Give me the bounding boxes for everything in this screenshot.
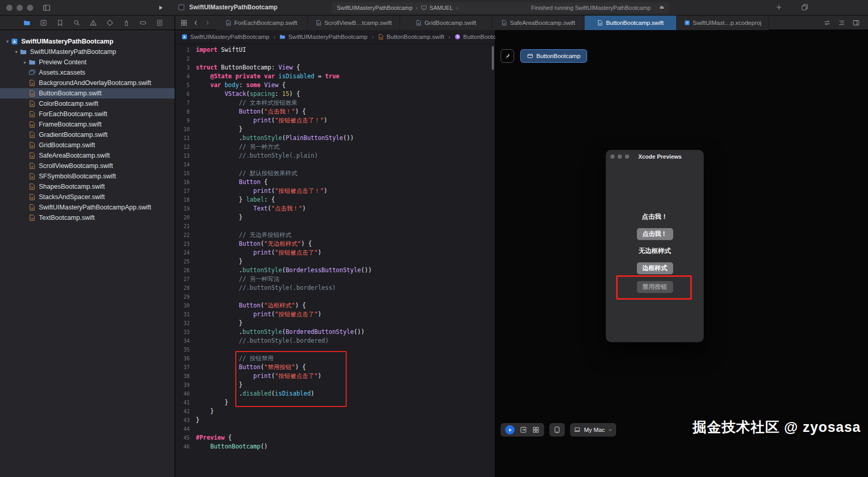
code-line: 43} bbox=[175, 416, 495, 425]
file-tree-item[interactable]: ButtonBootcamp.swift bbox=[0, 88, 175, 99]
activity-message: Finished running SwiftUIMasteryPathBootc… bbox=[531, 5, 651, 11]
editor-tab[interactable]: ForEachBootcamp.swift bbox=[216, 16, 308, 30]
swift-icon bbox=[29, 162, 36, 170]
tab-label: ScrollViewB…tcamp.swift bbox=[324, 20, 392, 26]
file-tree-item[interactable]: FrameBootcamp.swift bbox=[0, 119, 175, 130]
file-tree-label: Assets.xcassets bbox=[39, 69, 86, 76]
file-tree-label: ButtonBootcamp.swift bbox=[39, 90, 102, 97]
editor-tab[interactable]: SwiftUIMast…p.xcodeproj bbox=[677, 16, 769, 30]
scheme-name[interactable]: SwiftUIMasteryPathBootcamp bbox=[337, 5, 412, 11]
navigator-tab-project-navigator[interactable] bbox=[22, 17, 32, 29]
file-tree-item[interactable]: TextBootcamp.swift bbox=[0, 213, 175, 223]
toggle-inspector-icon[interactable] bbox=[852, 19, 860, 26]
variants-preview-icon[interactable] bbox=[532, 426, 539, 433]
run-button[interactable] bbox=[158, 5, 164, 11]
selectable-preview-icon[interactable] bbox=[520, 426, 527, 433]
tab-label: ForEachBootcamp.swift bbox=[234, 20, 297, 26]
editor-tab[interactable]: ButtonBootcamp.swift bbox=[585, 16, 677, 30]
doclist-icon bbox=[156, 19, 163, 26]
breadcrumb-item[interactable]: ButtonBootcamp.swift bbox=[378, 34, 444, 40]
bookmark-icon bbox=[56, 19, 64, 26]
show-all-tabs-button[interactable] bbox=[801, 4, 808, 11]
file-tree-item[interactable]: ▸Preview Content bbox=[0, 57, 175, 67]
preview-button[interactable]: 边框样式 bbox=[637, 262, 673, 274]
window-zoom-button[interactable] bbox=[27, 5, 33, 11]
navigator-tab-breakpoint-navigator[interactable] bbox=[138, 17, 148, 29]
file-tree-item[interactable]: ColorBootcamp.swift bbox=[0, 99, 175, 109]
code-review-icon[interactable] bbox=[823, 19, 831, 26]
file-tree-item[interactable]: SFSymbolsBootcamp.swift bbox=[0, 171, 175, 181]
preview-minimize-button[interactable] bbox=[618, 155, 622, 159]
annotation-box-preview bbox=[616, 275, 692, 300]
go-back-icon[interactable] bbox=[193, 20, 199, 26]
file-tree-item[interactable]: ▾SwiftUIMasteryPathBootcamp bbox=[0, 36, 175, 47]
live-preview-button[interactable] bbox=[505, 425, 515, 434]
line-number: 36 bbox=[175, 354, 196, 363]
preview-selector-pill[interactable]: ButtonBootcamp bbox=[520, 49, 587, 63]
device-selector[interactable]: My Mac bbox=[570, 423, 616, 437]
code-line: 44 bbox=[175, 425, 495, 433]
breadcrumb-item[interactable]: SwiftUIMasteryPathBootcamp bbox=[181, 34, 269, 40]
editor-tab[interactable]: ScrollViewB…tcamp.swift bbox=[308, 16, 400, 30]
line-number: 39 bbox=[175, 381, 196, 389]
editor-tab[interactable]: SafeAreaBootcamp.swift bbox=[492, 16, 585, 30]
line-number: 5 bbox=[175, 81, 196, 90]
breadcrumb-item[interactable]: SwiftUIMasteryPathBootcamp bbox=[279, 34, 367, 40]
window-close-button[interactable] bbox=[6, 5, 12, 11]
swift-icon bbox=[29, 193, 36, 201]
line-number: 10 bbox=[175, 125, 196, 134]
tab-overview-icon[interactable] bbox=[180, 19, 188, 26]
go-forward-icon[interactable] bbox=[204, 20, 210, 26]
navigator-tab-source-control-navigator[interactable] bbox=[38, 17, 49, 29]
editor-scrollbar[interactable] bbox=[492, 46, 494, 70]
toggle-navigator-icon[interactable] bbox=[42, 4, 51, 12]
line-number: 4 bbox=[175, 72, 196, 81]
new-tab-button[interactable] bbox=[775, 4, 782, 11]
code-line: 32 } bbox=[175, 319, 495, 328]
file-tree-item[interactable]: ScrollViewBootcamp.swift bbox=[0, 161, 175, 171]
code-editor[interactable]: 1import SwiftUI23struct ButtonBootcamp: … bbox=[175, 44, 495, 477]
navigator-tab-find-navigator[interactable] bbox=[72, 17, 82, 29]
device-settings-button[interactable] bbox=[549, 423, 565, 437]
navigator-tab-report-navigator[interactable] bbox=[154, 17, 165, 29]
preview-plain-button[interactable]: 点击我！ bbox=[642, 213, 668, 221]
file-tree-item[interactable]: GradientBootcamp.swift bbox=[0, 130, 175, 140]
window-minimize-button[interactable] bbox=[17, 5, 23, 11]
disclosure-triangle[interactable]: ▾ bbox=[13, 49, 20, 54]
file-tree-item[interactable]: GridBootcamp.swift bbox=[0, 140, 175, 150]
device-bezel-icon bbox=[553, 426, 561, 433]
preview-zoom-button[interactable] bbox=[625, 155, 629, 159]
file-tree-item[interactable]: StacksAndSpacer.swift bbox=[0, 192, 175, 202]
structS-icon: S bbox=[454, 34, 461, 40]
file-tree-item[interactable]: ▾SwiftUIMasteryPathBootcamp bbox=[0, 47, 175, 57]
swift-icon bbox=[29, 142, 36, 149]
line-number: 14 bbox=[175, 160, 196, 169]
swift-icon bbox=[29, 79, 36, 87]
file-tree-label: SwiftUIMasteryPathBootcampApp.swift bbox=[39, 204, 151, 211]
navigator-tab-debug-navigator[interactable] bbox=[121, 17, 132, 29]
navigator-tab-bookmark-navigator[interactable] bbox=[55, 17, 65, 29]
file-tree-label: ColorBootcamp.swift bbox=[39, 100, 98, 107]
pin-preview-button[interactable] bbox=[501, 49, 514, 63]
destination-name[interactable]: SAMUEL bbox=[430, 5, 453, 11]
file-tree-item[interactable]: BackgroundAndOverlayBootcamp.swift bbox=[0, 78, 175, 88]
preview-plain-button[interactable]: 无边框样式 bbox=[638, 247, 671, 256]
navigator-tab-issue-navigator[interactable] bbox=[88, 17, 98, 29]
preview-canvas: ButtonBootcamp Xcode Previews 点击我！点击我！无边… bbox=[495, 30, 868, 477]
line-number: 9 bbox=[175, 116, 196, 125]
line-number: 17 bbox=[175, 187, 196, 195]
file-tree-item[interactable]: ForEachBootcamp.swift bbox=[0, 109, 175, 119]
navigator-tab-test-navigator[interactable] bbox=[105, 17, 115, 29]
code-line: 18 } label: { bbox=[175, 195, 495, 204]
disclosure-triangle[interactable]: ▸ bbox=[22, 60, 29, 65]
xcode-window: SwiftUIMasteryPathBootcamp SwiftUIMaster… bbox=[0, 0, 868, 477]
editor-tab[interactable]: GridBootcamp.swift bbox=[400, 16, 492, 30]
preview-close-button[interactable] bbox=[610, 155, 615, 159]
file-tree-item[interactable]: ShapesBootcamp.swift bbox=[0, 181, 175, 192]
file-tree-item[interactable]: SafeAreaBootcamp.swift bbox=[0, 150, 175, 161]
file-tree-item[interactable]: SwiftUIMasteryPathBootcampApp.swift bbox=[0, 202, 175, 213]
preview-button[interactable]: 点击我！ bbox=[637, 228, 673, 240]
file-tree-item[interactable]: Assets.xcassets bbox=[0, 67, 175, 78]
adjust-editor-icon[interactable] bbox=[838, 19, 845, 26]
disclosure-triangle[interactable]: ▾ bbox=[4, 39, 11, 44]
